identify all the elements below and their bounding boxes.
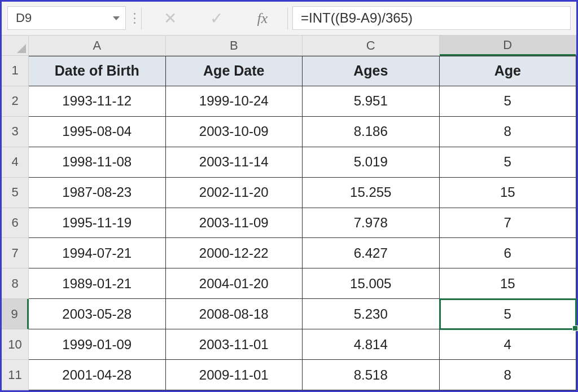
cell-B5[interactable]: 2002-11-20 bbox=[166, 178, 303, 208]
select-all-corner[interactable] bbox=[2, 36, 29, 56]
cell-D10[interactable]: 4 bbox=[440, 329, 577, 360]
cell-C9[interactable]: 5.230 bbox=[303, 299, 440, 329]
cell-B9[interactable]: 2008-08-18 bbox=[166, 299, 303, 329]
cell-A3[interactable]: 1995-08-04 bbox=[29, 117, 166, 147]
row-header-11[interactable]: 11 bbox=[2, 360, 29, 390]
cell-D6[interactable]: 7 bbox=[440, 208, 577, 239]
row-header-4[interactable]: 4 bbox=[2, 147, 29, 178]
name-box[interactable]: D9 bbox=[7, 6, 126, 30]
table-row: 61995-11-192003-11-097.9787 bbox=[2, 208, 576, 239]
cell-C11[interactable]: 8.518 bbox=[303, 360, 440, 390]
cell-C10[interactable]: 4.814 bbox=[303, 329, 440, 360]
cell-A11[interactable]: 2001-04-28 bbox=[29, 360, 166, 390]
cell-A9[interactable]: 2003-05-28 bbox=[29, 299, 166, 329]
fx-icon: fx bbox=[257, 10, 268, 27]
cell-B4[interactable]: 2003-11-14 bbox=[166, 147, 303, 178]
table-row: 81989-01-212004-01-2015.00515 bbox=[2, 268, 576, 299]
cell-C3[interactable]: 8.186 bbox=[303, 117, 440, 147]
table-row: 71994-07-212000-12-226.4276 bbox=[2, 238, 576, 268]
cell-C1[interactable]: Ages bbox=[303, 56, 440, 86]
cell-D3[interactable]: 8 bbox=[440, 117, 577, 147]
chevron-down-icon[interactable] bbox=[113, 16, 120, 20]
cell-B10[interactable]: 2003-11-01 bbox=[166, 329, 303, 360]
check-icon: ✓ bbox=[210, 9, 223, 28]
table-row: 31995-08-042003-10-098.1868 bbox=[2, 117, 576, 147]
cell-D7[interactable]: 6 bbox=[440, 238, 577, 268]
enter-button[interactable]: ✓ bbox=[204, 6, 229, 31]
column-headers: ABCD bbox=[2, 36, 576, 56]
formula-bar-buttons: ✕ ✓ fx bbox=[144, 2, 285, 35]
cancel-icon: ✕ bbox=[164, 9, 177, 28]
cell-C8[interactable]: 15.005 bbox=[303, 268, 440, 299]
cell-A10[interactable]: 1999-01-09 bbox=[29, 329, 166, 360]
formula-text: =INT((B9-A9)/365) bbox=[301, 10, 413, 26]
cell-B3[interactable]: 2003-10-09 bbox=[166, 117, 303, 147]
separator bbox=[141, 7, 142, 29]
cell-C7[interactable]: 6.427 bbox=[303, 238, 440, 268]
row-header-10[interactable]: 10 bbox=[2, 329, 29, 360]
cell-A7[interactable]: 1994-07-21 bbox=[29, 238, 166, 268]
cell-D11[interactable]: 8 bbox=[440, 360, 577, 390]
table-row: 51987-08-232002-11-2015.25515 bbox=[2, 178, 576, 208]
table-row: 112001-04-282009-11-018.5188 bbox=[2, 360, 576, 390]
cell-B1[interactable]: Age Date bbox=[166, 56, 303, 86]
separator bbox=[287, 7, 288, 29]
cell-A8[interactable]: 1989-01-21 bbox=[29, 268, 166, 299]
cell-B11[interactable]: 2009-11-01 bbox=[166, 360, 303, 390]
table-row: 92003-05-282008-08-185.2305 bbox=[2, 299, 576, 329]
cell-C2[interactable]: 5.951 bbox=[303, 86, 440, 117]
table-row: 101999-01-092003-11-014.8144 bbox=[2, 329, 576, 360]
cell-A2[interactable]: 1993-11-12 bbox=[29, 86, 166, 117]
row-header-5[interactable]: 5 bbox=[2, 178, 29, 208]
cell-A5[interactable]: 1987-08-23 bbox=[29, 178, 166, 208]
cell-A6[interactable]: 1995-11-19 bbox=[29, 208, 166, 239]
column-header-C[interactable]: C bbox=[303, 36, 440, 56]
row-header-9[interactable]: 9 bbox=[2, 299, 29, 329]
table-row: 21993-11-121999-10-245.9515 bbox=[2, 86, 576, 117]
name-box-value: D9 bbox=[16, 11, 32, 25]
cell-C5[interactable]: 15.255 bbox=[303, 178, 440, 208]
drag-handle-icon[interactable] bbox=[130, 2, 139, 35]
column-header-D[interactable]: D bbox=[440, 36, 577, 56]
spreadsheet-window: D9 ✕ ✓ fx =INT((B9-A9)/365) ABCD bbox=[0, 0, 578, 392]
column-header-A[interactable]: A bbox=[29, 36, 166, 56]
cell-B6[interactable]: 2003-11-09 bbox=[166, 208, 303, 239]
cell-B8[interactable]: 2004-01-20 bbox=[166, 268, 303, 299]
column-header-B[interactable]: B bbox=[166, 36, 303, 56]
row-header-3[interactable]: 3 bbox=[2, 117, 29, 147]
cell-C4[interactable]: 5.019 bbox=[303, 147, 440, 178]
cell-B2[interactable]: 1999-10-24 bbox=[166, 86, 303, 117]
table-header-row: 1Date of BirthAge DateAgesAge bbox=[2, 56, 576, 86]
formula-bar: D9 ✕ ✓ fx =INT((B9-A9)/365) bbox=[2, 2, 576, 36]
cell-B7[interactable]: 2000-12-22 bbox=[166, 238, 303, 268]
cell-D1[interactable]: Age bbox=[440, 56, 577, 86]
grid-body: 1Date of BirthAge DateAgesAge21993-11-12… bbox=[2, 56, 576, 390]
worksheet: ABCD 1Date of BirthAge DateAgesAge21993-… bbox=[2, 36, 576, 390]
cell-D2[interactable]: 5 bbox=[440, 86, 577, 117]
cell-A4[interactable]: 1998-11-08 bbox=[29, 147, 166, 178]
formula-input[interactable]: =INT((B9-A9)/365) bbox=[292, 6, 571, 30]
insert-function-button[interactable]: fx bbox=[250, 6, 275, 31]
cell-D9[interactable]: 5 bbox=[440, 299, 577, 329]
cell-A1[interactable]: Date of Birth bbox=[29, 56, 166, 86]
cell-D8[interactable]: 15 bbox=[440, 268, 577, 299]
row-header-6[interactable]: 6 bbox=[2, 208, 29, 239]
row-header-7[interactable]: 7 bbox=[2, 238, 29, 268]
row-header-1[interactable]: 1 bbox=[2, 56, 29, 86]
cell-C6[interactable]: 7.978 bbox=[303, 208, 440, 239]
row-header-2[interactable]: 2 bbox=[2, 86, 29, 117]
row-header-8[interactable]: 8 bbox=[2, 268, 29, 299]
cancel-button[interactable]: ✕ bbox=[157, 6, 182, 31]
cell-D4[interactable]: 5 bbox=[440, 147, 577, 178]
cell-D5[interactable]: 15 bbox=[440, 178, 577, 208]
table-row: 41998-11-082003-11-145.0195 bbox=[2, 147, 576, 178]
